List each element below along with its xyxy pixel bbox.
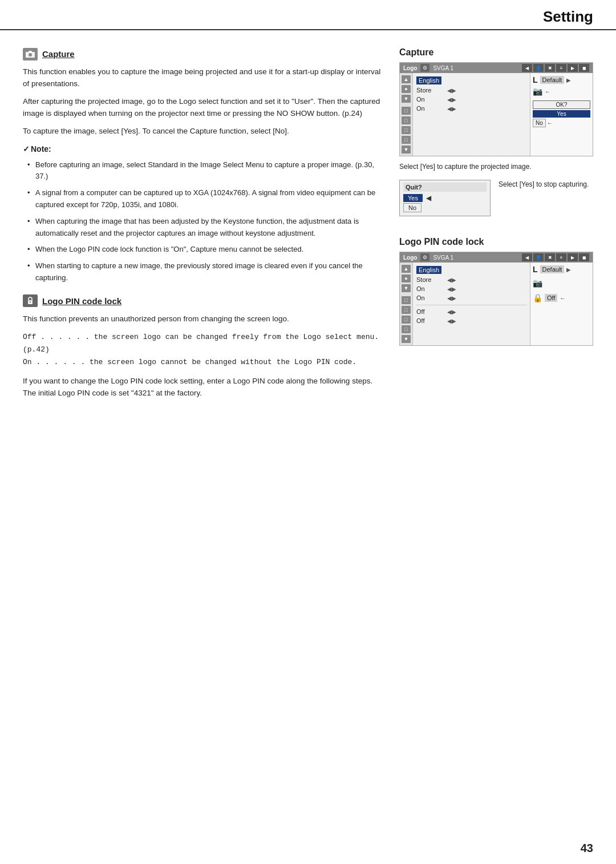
menu2-off1-arrow: ◀▶ [447,309,456,315]
capture-title: Capture [42,47,75,60]
nav2-left[interactable]: ● [402,274,411,282]
sub2-default-label: Default [540,265,565,273]
no-label: No [533,119,546,127]
capture-projector-ui: Logo ⚙ SVGA 1 ◀ 👤 ✖ ≡ ▶ ◼ ▲ ● ▼ [399,62,593,156]
off-description: Off . . . . . . the screen logo can be c… [23,331,382,356]
nav-up[interactable]: ▲ [402,75,411,83]
quit-dialog: Quit? Yes ◀ No [399,180,491,216]
note-item-5: When starting to capture a new image, th… [27,260,382,284]
nav2-box2[interactable]: □ [402,306,411,314]
nav2-down2[interactable]: ▼ [402,284,411,292]
logo-pin-body1: This function prevents an unauthorized p… [23,313,382,325]
capture-body1: This function enables you to capture the… [23,66,382,90]
proj-topbar-2: Logo ⚙ SVGA 1 ◀ 👤 ✖ ≡ ▶ ◼ [400,252,593,263]
menu2-row-off1: Off ◀▶ [416,307,526,316]
nav-box4[interactable]: □ [402,136,411,144]
proj-icon-6: ◼ [579,64,589,72]
page-header: Setting [0,0,616,30]
nav-box2[interactable]: □ [402,116,411,124]
right-column: Capture Logo ⚙ SVGA 1 ◀ 👤 ✖ ≡ ▶ ◼ [399,47,593,405]
menu2-off1-label: Off [416,308,445,315]
nav2-box4[interactable]: □ [402,325,411,333]
nav2-box3[interactable]: □ [402,316,411,324]
proj-menu-1: English Store ◀▶ On ◀▶ On ◀▶ [413,73,530,156]
menu2-row-store: Store ◀▶ [416,275,526,284]
sub2-off-label: Off [545,294,557,302]
sub2-lock-icon: 🔒 [533,293,542,302]
menu2-row-off2: Off ◀▶ [416,316,526,325]
page-title: Setting [543,8,593,26]
capture-icon [23,48,38,60]
menu2-lower: Off ◀▶ Off ◀▶ [416,305,526,325]
proj-menu-2: English Store ◀▶ On ◀▶ On ◀▶ [413,263,530,345]
proj-right-panel-2: L Default ▶ 📷 🔒 Off ← [530,263,593,345]
nav-box3[interactable]: □ [402,126,411,134]
capture-section-heading: Capture [23,47,382,60]
sub-arrow-right: ← [545,88,550,95]
nav2-down[interactable]: ▼ [402,335,411,343]
menu-row-on1: On ◀▶ [416,95,526,104]
menu2-store-arrow: ◀▶ [447,277,456,283]
proj-left-nav: ▲ ● ▼ □ □ □ □ ▼ [400,73,413,156]
nav2-up[interactable]: ▲ [402,265,411,273]
menu-store-arrow: ◀▶ [447,87,456,94]
proj-icon-3: ✖ [545,64,555,72]
proj-icon-1: ◀ [522,64,532,72]
no-row: No ← [533,119,590,127]
proj2-icon-4: ≡ [556,253,566,261]
proj-icon-4: ≡ [556,64,566,72]
menu-on1-label: On [416,96,445,103]
proj-logo-label: Logo [403,65,417,71]
sub2-default-arrow: ▶ [566,267,571,273]
quit-title: Quit? [403,183,487,192]
proj-body-1: ▲ ● ▼ □ □ □ □ ▼ English Store ◀▶ [400,73,593,156]
proj2-icon-6: ◼ [579,253,589,261]
sub2-off-row: 🔒 Off ← [533,293,590,302]
ok-panel: OK? Yes No ← [533,100,590,127]
left-column: Capture This function enables you to cap… [23,47,382,405]
nav-left[interactable]: ● [402,85,411,93]
quit-section: Quit? Yes ◀ No Select [Yes] to stop capt… [399,180,593,220]
nav-box1[interactable]: □ [402,107,411,115]
yes-label: Yes [533,110,590,118]
quit-yes-btn: Yes [403,194,423,202]
note-title: Note: [23,143,382,156]
nav2-box1[interactable]: □ [402,296,411,304]
logo-pin-projector-ui: Logo ⚙ SVGA 1 ◀ 👤 ✖ ≡ ▶ ◼ ▲ ● ▼ [399,252,593,346]
quit-caption: Select [Yes] to stop capturing. [496,180,589,189]
menu-on1-arrow: ◀▶ [447,96,456,103]
quit-yes-arrow: ◀ [426,194,431,202]
sub-panel-default-row: L Default ▶ [533,75,590,84]
logo-pin-right-title: Logo PIN code lock [399,237,593,247]
menu2-on2-arrow: ◀▶ [447,295,456,301]
menu2-on2-label: On [416,294,445,301]
menu-on2-label: On [416,105,445,112]
logo-pin-body2: If you want to change the Logo PIN code … [23,376,382,399]
sub2-L-icon: L [533,265,538,274]
note-list: Before capturing an image, select Standa… [23,159,382,284]
note-item-2: A signal from a computer can be captured… [27,187,382,211]
menu-store-label: Store [416,87,445,94]
capture-ui-caption: Select [Yes] to capture the projected im… [399,162,593,172]
logo-pin-icon [23,294,38,307]
ok-label: OK? [533,100,590,109]
proj-right-panel-1: L Default ▶ 📷 ← OK? Yes No ← [530,73,593,156]
proj-logo-label-2: Logo [403,255,417,261]
page-number: 43 [581,842,593,855]
note-item-4: When the Logo PIN code lock function is … [27,244,382,256]
note-section: Note: Before capturing an image, select … [23,143,382,284]
quit-no-row: No [403,203,487,212]
quit-no-btn: No [403,203,422,212]
menu2-off2-arrow: ◀▶ [447,318,456,324]
menu2-on1-label: On [416,285,445,292]
svg-rect-1 [29,51,32,53]
sub2-icon-row: 📷 [533,278,590,288]
nav-down2[interactable]: ▼ [402,95,411,103]
proj-icon-2: 👤 [533,64,544,72]
proj-body-2: ▲ ● ▼ □ □ □ □ ▼ English Store ◀▶ [400,263,593,345]
nav-down[interactable]: ▼ [402,146,411,154]
capture-body3: To capture the image, select [Yes]. To c… [23,126,382,138]
proj2-icon-5: ▶ [568,253,578,261]
proj2-icon-1: ◀ [522,253,532,261]
proj-left-nav-2: ▲ ● ▼ □ □ □ □ ▼ [400,263,413,345]
